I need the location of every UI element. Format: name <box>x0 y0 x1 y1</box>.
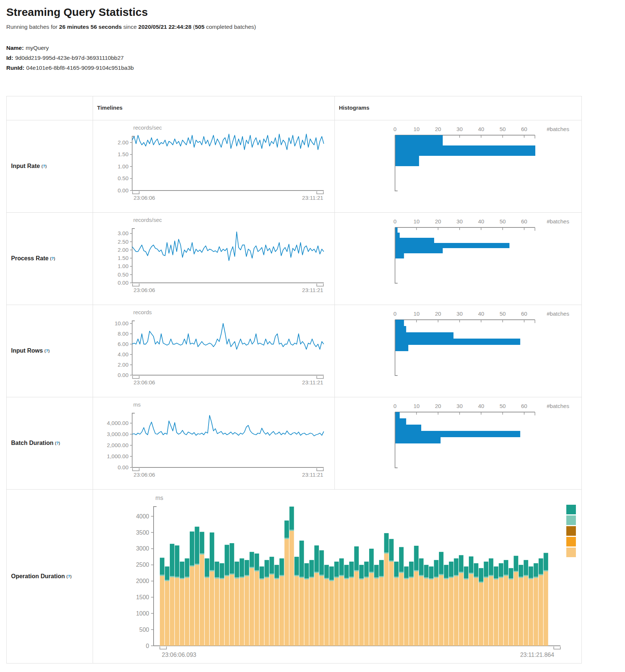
stacked-bar-segment-top <box>185 558 189 577</box>
stacked-bar-segment-base <box>245 576 249 646</box>
stacked-bar-segment-top <box>275 565 279 578</box>
stacked-bar-segment-base <box>255 571 259 646</box>
stacked-bar-segment-base <box>409 578 413 646</box>
stacked-bar-segment-base <box>299 578 304 646</box>
stacked-bar-segment-middle <box>180 578 184 579</box>
axis-tick-label: 20 <box>435 311 441 317</box>
histogram-bar <box>395 332 453 339</box>
running-suffix: completed batches) <box>205 24 256 30</box>
name-label: Name: <box>6 45 24 51</box>
stacked-bar-segment-top <box>464 566 468 578</box>
process-rate-charts: records/sec3.002.502.001.501.000.500.002… <box>7 212 581 305</box>
stacked-bar-segment-middle <box>444 578 449 579</box>
stacked-bar-segment-middle <box>364 577 369 578</box>
stacked-bar-segment-base <box>205 578 209 646</box>
axis-end-bracket <box>160 647 166 649</box>
batch-duration-svg: ms4,000.003,000.002,000.001,000.000.0023… <box>7 397 581 489</box>
axis-tick-label: 40 <box>478 311 484 317</box>
stacked-bar-segment-middle <box>449 577 453 578</box>
timeline-line <box>132 323 324 349</box>
axis-tick-label: 1500 <box>136 594 149 600</box>
stacked-bar-segment-base <box>544 571 548 646</box>
axis-tick-label: 1.50 <box>118 255 128 261</box>
stacked-bar-segment-top <box>260 566 264 578</box>
stacked-bar-segment-top <box>539 558 543 574</box>
stacked-bar-segment-base <box>399 573 403 646</box>
histogram-bar <box>395 233 400 238</box>
stacked-bar-segment-base <box>389 562 394 646</box>
axis-tick-label: 2000 <box>136 578 149 584</box>
running-batches-summary: Running batches for 26 minutes 56 second… <box>6 24 625 30</box>
stacked-bar-segment-middle <box>434 577 439 578</box>
stacked-bar-segment-base <box>469 574 473 646</box>
axis-tick-label: 0.00 <box>118 372 128 378</box>
stacked-bar-segment-base <box>269 575 274 646</box>
axis-tick-label: 2.00 <box>118 361 128 368</box>
stacked-bar-segment-base <box>359 579 364 646</box>
histogram-bar <box>395 238 434 243</box>
stacked-bar-segment-middle <box>195 564 199 565</box>
stacked-bar-segment-middle <box>439 574 443 575</box>
input-rate-svg: records/sec2.001.501.000.500.0023:06:062… <box>7 120 581 212</box>
stacked-bar-segment-top <box>299 541 304 577</box>
histogram-unit-label: #batches <box>547 311 569 317</box>
stacked-bar-segment-base <box>309 578 314 646</box>
x-end-label: 23:11:21.864 <box>520 652 554 658</box>
stacked-bar-segment-base <box>519 578 523 646</box>
stacked-bar-segment-base <box>429 579 433 646</box>
stacked-bar-segment-middle <box>459 572 463 573</box>
stacked-bar-segment-base <box>434 578 439 646</box>
stacked-bar-segment-top <box>255 553 259 570</box>
stacked-bar-segment-top <box>205 558 209 577</box>
stacked-bar-segment-base <box>329 581 334 646</box>
stacked-bar-segment-base <box>279 576 284 646</box>
stacked-y-axis <box>154 507 157 646</box>
timeline-unit-label: records/sec <box>133 124 162 131</box>
stacked-bar-segment-base <box>464 579 468 646</box>
axis-tick-label: 10.00 <box>114 320 128 326</box>
stacked-bar-segment-base <box>220 579 224 646</box>
axis-end-bracket <box>133 468 139 471</box>
histogram-bar <box>395 412 400 418</box>
axis-tick-label: 4000 <box>136 513 149 520</box>
stacked-bar-segment-top <box>514 556 518 571</box>
running-duration: 26 minutes 56 seconds <box>59 24 122 30</box>
legend-swatch-tan <box>566 548 576 557</box>
x-end-label: 23:11:21 <box>302 287 323 293</box>
stacked-bar-segment-top <box>165 566 169 580</box>
stacked-bar-segment-top <box>469 556 473 573</box>
stacked-bar-segment-middle <box>235 577 239 579</box>
stacked-bar-segment-middle <box>384 552 389 553</box>
stacked-bar-segment-base <box>349 578 354 646</box>
stacked-bar-segment-top <box>344 565 349 578</box>
axis-tick-label: 0.00 <box>118 464 128 470</box>
axis-tick-label: 30 <box>457 311 463 317</box>
stacked-bar-segment-top <box>384 533 389 552</box>
stacked-bar-segment-middle <box>464 578 468 579</box>
stacked-bar-segment-top <box>429 566 433 578</box>
streaming-query-statistics-page: { "page": { "title": "Streaming Query St… <box>0 0 625 672</box>
stacked-bar-segment-base <box>180 579 184 646</box>
stacked-bar-segment-top <box>190 532 194 566</box>
stacked-bar-segment-top <box>200 532 204 553</box>
histogram-bar <box>395 345 408 351</box>
stacked-bar-segment-middle <box>504 575 508 576</box>
stacked-bar-segment-top <box>160 558 164 575</box>
stacked-bar-segment-top <box>230 543 234 573</box>
stacked-bar-segment-middle <box>419 575 423 576</box>
axis-tick-label: 0.50 <box>118 271 128 278</box>
stacked-bar-segment-middle <box>324 578 329 579</box>
axis-tick-label: 0.50 <box>118 175 128 181</box>
stacked-bar-segment-base <box>275 579 279 646</box>
input-rate-charts: records/sec2.001.501.000.500.0023:06:062… <box>7 120 581 212</box>
x-end-label: 23:11:21 <box>302 195 323 201</box>
stacked-bar-segment-base <box>235 579 239 646</box>
axis-tick-label: 6.00 <box>118 341 128 347</box>
axis-tick-label: 4,000.00 <box>107 420 128 426</box>
axis-tick-label: 1,000.00 <box>107 453 128 459</box>
stacked-bar-segment-top <box>235 562 239 577</box>
stacked-bar-segment-base <box>414 571 419 646</box>
stacked-bar-segment-base <box>289 531 294 646</box>
histogram-bar <box>395 243 509 248</box>
axis-tick-label: 2500 <box>136 562 149 568</box>
